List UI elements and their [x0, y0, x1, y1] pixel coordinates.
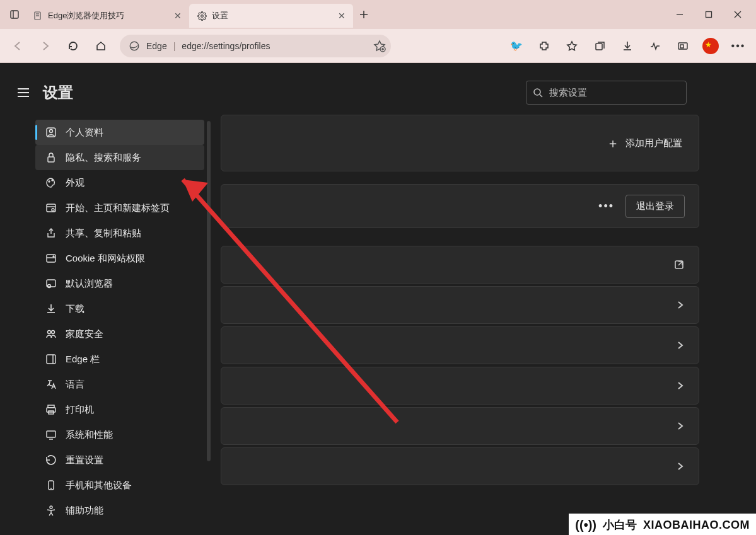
settings-page: 设置 搜索设置 个人资料 隐私、搜索和服务 外观 开始、主页和新建标签	[0, 63, 756, 535]
sidebar-label: 隐私、搜索和服务	[66, 152, 141, 164]
sidebar-label: 重置设置	[66, 454, 103, 466]
browser-icon	[45, 278, 57, 289]
sidebar-item-printer[interactable]: 打印机	[35, 397, 204, 422]
reload-button[interactable]	[61, 33, 86, 59]
svg-point-26	[52, 180, 53, 181]
share-icon	[45, 227, 57, 239]
profile-avatar-icon[interactable]	[698, 33, 723, 59]
sidebar-label: 辅助功能	[66, 505, 103, 517]
favorites-icon[interactable]	[559, 33, 584, 59]
sidebar-item-appearance[interactable]: 外观	[35, 170, 204, 195]
more-icon[interactable]: •••	[598, 200, 614, 213]
sidebar-label: 外观	[66, 177, 84, 189]
tab-2-label: 设置	[212, 10, 228, 21]
sidebar-item-share[interactable]: 共享、复制和粘贴	[35, 221, 204, 246]
sidebar-label: 共享、复制和粘贴	[66, 227, 141, 239]
svg-point-25	[49, 181, 50, 182]
watermark-footer: ((•)) 小白号 XIAOBAIHAO.COM	[569, 514, 756, 535]
home-button[interactable]	[88, 33, 113, 59]
menu-icon[interactable]: •••	[726, 33, 751, 59]
svg-rect-24	[48, 157, 54, 162]
minimize-button[interactable]	[665, 0, 694, 29]
svg-line-21	[540, 95, 542, 97]
svg-point-20	[534, 89, 540, 95]
tab-1-close-icon[interactable]: ✕	[174, 11, 182, 21]
bird-extension-icon[interactable]: 🐦	[504, 33, 529, 59]
address-brand: Edge	[146, 41, 167, 51]
sidebar-item-profile[interactable]: 个人资料	[35, 120, 204, 145]
screenshot-icon[interactable]	[670, 33, 695, 59]
sidebar-scrollbar[interactable]	[207, 121, 211, 461]
sign-out-button[interactable]: 退出登录	[625, 195, 685, 218]
svg-point-23	[50, 130, 53, 133]
close-button[interactable]	[723, 0, 752, 29]
profile-link-row[interactable]	[221, 326, 699, 364]
profile-links-list	[221, 246, 699, 485]
downloads-icon[interactable]	[615, 33, 640, 59]
chevron-right-icon	[676, 341, 685, 350]
collections-icon[interactable]	[587, 33, 612, 59]
svg-rect-19	[680, 45, 683, 48]
svg-point-5	[201, 14, 203, 17]
sidebar-item-privacy[interactable]: 隐私、搜索和服务	[35, 145, 204, 170]
gear-icon	[197, 11, 207, 21]
sidebar-item-family[interactable]: 家庭安全	[35, 321, 204, 347]
sidebar-label: 打印机	[66, 404, 94, 416]
address-url: edge://settings/profiles	[182, 41, 270, 51]
sidebar-label: Edge 栏	[66, 354, 100, 365]
svg-rect-42	[47, 408, 55, 412]
svg-point-36	[48, 331, 51, 334]
extensions-icon[interactable]	[532, 33, 557, 59]
sidebar-item-system[interactable]: 系统和性能	[35, 422, 204, 447]
profile-link-row[interactable]	[221, 286, 699, 324]
sidebar-item-phone[interactable]: 手机和其他设备	[35, 473, 204, 498]
nav-back-button[interactable]	[5, 33, 30, 59]
profile-link-row[interactable]	[221, 246, 699, 284]
svg-point-34	[48, 285, 51, 288]
new-tab-button[interactable]	[353, 4, 375, 25]
add-profile-button[interactable]: 添加用户配置	[625, 137, 682, 149]
search-placeholder: 搜索设置	[549, 87, 587, 99]
tab-1[interactable]: Edge浏览器使用技巧 ✕	[25, 4, 189, 28]
chevron-right-icon	[676, 381, 685, 390]
address-separator: |	[173, 41, 176, 51]
address-bar[interactable]: Edge | edge://settings/profiles	[120, 35, 391, 57]
tab-2-close-icon[interactable]: ✕	[338, 11, 346, 21]
nav-forward-button[interactable]	[33, 33, 58, 59]
profile-link-row[interactable]	[221, 367, 699, 405]
sidebar-item-edgebar[interactable]: Edge 栏	[35, 347, 204, 372]
performance-icon[interactable]	[643, 33, 668, 59]
sidebar-item-cookies[interactable]: Cookie 和网站权限	[35, 246, 204, 271]
start-icon	[45, 202, 57, 214]
profile-link-row[interactable]	[221, 447, 699, 485]
maximize-button[interactable]	[694, 0, 723, 29]
hamburger-icon[interactable]	[13, 82, 34, 103]
sidebar-label: 开始、主页和新建标签页	[66, 202, 170, 214]
add-favorite-icon[interactable]	[373, 40, 386, 52]
profile-link-row[interactable]	[221, 407, 699, 445]
sidebar-label: 下载	[66, 303, 84, 315]
reset-icon	[45, 454, 57, 466]
sidebar-icon	[45, 354, 57, 365]
palette-icon	[45, 177, 57, 188]
search-settings-input[interactable]: 搜索设置	[526, 81, 687, 105]
sidebar-label: 语言	[66, 379, 84, 391]
svg-point-37	[52, 331, 55, 334]
sidebar-item-reset[interactable]: 重置设置	[35, 447, 204, 473]
page-title: 设置	[43, 83, 73, 103]
svg-point-31	[53, 256, 54, 257]
sidebar-item-downloads[interactable]: 下载	[35, 296, 204, 321]
sidebar-item-accessibility[interactable]: 辅助功能	[35, 498, 204, 523]
sidebar-label: 默认浏览器	[66, 278, 113, 290]
window-titlebar: Edge浏览器使用技巧 ✕ 设置 ✕	[0, 0, 756, 29]
printer-icon	[45, 404, 57, 415]
tab-2-active[interactable]: 设置 ✕	[189, 4, 353, 28]
sidebar-item-start[interactable]: 开始、主页和新建标签页	[35, 195, 204, 221]
page-icon	[33, 11, 43, 21]
svg-point-48	[50, 506, 52, 509]
sidebar-item-default-browser[interactable]: 默认浏览器	[35, 271, 204, 296]
tab-actions-icon[interactable]	[4, 4, 25, 25]
system-icon	[45, 429, 57, 440]
lock-icon	[45, 152, 57, 163]
sidebar-item-language[interactable]: 语言	[35, 372, 204, 397]
